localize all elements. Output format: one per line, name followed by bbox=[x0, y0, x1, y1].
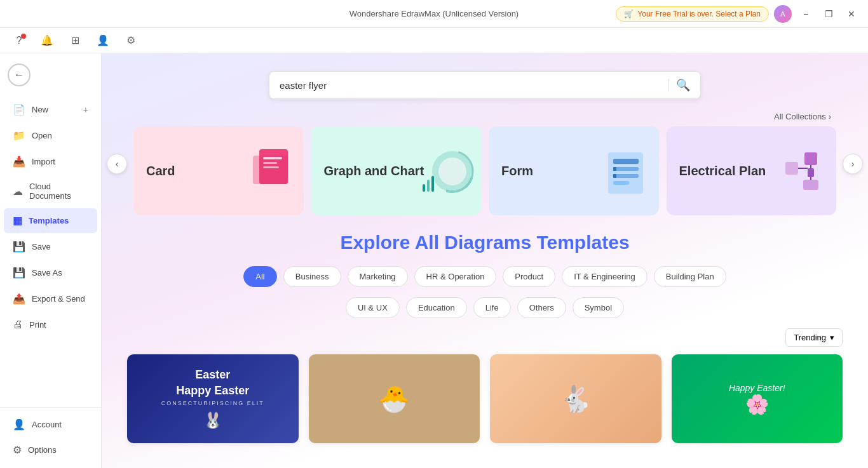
new-plus-icon: + bbox=[83, 105, 88, 115]
sidebar-item-cloud[interactable]: ☁ Cloud Documents bbox=[4, 175, 97, 207]
open-icon: 📁 bbox=[13, 130, 25, 142]
template-thumb-1: Easter Happy Easter CONSECTURIPISCING EL… bbox=[127, 354, 299, 443]
sidebar-label-open: Open bbox=[32, 131, 52, 140]
filter-ui[interactable]: UI & UX bbox=[346, 297, 400, 318]
import-icon: 📥 bbox=[13, 156, 25, 168]
sidebar-item-saveas[interactable]: 💾 Save As bbox=[4, 260, 97, 285]
svg-rect-11 bbox=[431, 176, 434, 192]
trial-text: Your Free Trial is over. Select a Plan bbox=[637, 10, 761, 18]
export-icon: 📤 bbox=[13, 293, 25, 305]
carousel-container: Card Graph and Chart bbox=[133, 126, 836, 215]
sidebar-item-save[interactable]: 💾 Save bbox=[4, 234, 97, 259]
sidebar-item-open[interactable]: 📁 Open bbox=[4, 123, 97, 148]
svg-rect-19 bbox=[804, 152, 817, 165]
svg-rect-2 bbox=[263, 157, 282, 159]
options-icon: ⚙ bbox=[13, 444, 22, 456]
template-card-2[interactable]: 🐣 bbox=[309, 354, 480, 443]
search-input[interactable] bbox=[280, 80, 660, 91]
svg-rect-21 bbox=[785, 162, 798, 175]
svg-rect-4 bbox=[263, 166, 279, 168]
category-title-card: Card bbox=[146, 163, 175, 179]
user-icon[interactable]: 👤 bbox=[94, 32, 112, 50]
titlebar-right: 🛒 Your Free Trial is over. Select a Plan… bbox=[616, 5, 860, 23]
category-card-graph[interactable]: Graph and Chart bbox=[311, 126, 482, 215]
explore-title: Explore All Diagrams Templates bbox=[127, 232, 843, 253]
sidebar-item-print[interactable]: 🖨 Print bbox=[4, 312, 97, 337]
sidebar-item-new[interactable]: 📄 New + bbox=[4, 97, 97, 122]
chevron-right-icon: › bbox=[829, 112, 831, 121]
search-button[interactable]: 🔍 bbox=[676, 78, 690, 92]
sidebar-label-print: Print bbox=[29, 320, 46, 330]
filter-all[interactable]: All bbox=[243, 266, 276, 287]
sidebar-item-import[interactable]: 📥 Import bbox=[4, 149, 97, 174]
restore-button[interactable]: ❐ bbox=[820, 5, 837, 23]
flower-icon: 🌸 bbox=[745, 394, 769, 415]
svg-rect-16 bbox=[613, 181, 629, 185]
category-card-card[interactable]: Card bbox=[133, 126, 304, 215]
filter-others[interactable]: Others bbox=[517, 297, 566, 318]
template-card-4[interactable]: Happy Easter! 🌸 bbox=[672, 354, 843, 443]
filter-building[interactable]: Building Plan bbox=[654, 266, 726, 287]
back-button[interactable]: ← bbox=[8, 64, 31, 86]
print-icon: 🖨 bbox=[13, 319, 23, 330]
search-section: 🔍 bbox=[102, 53, 868, 112]
filter-hr[interactable]: HR & Operation bbox=[414, 266, 497, 287]
sidebar-label-save: Save bbox=[32, 242, 51, 251]
carousel-next-button[interactable]: › bbox=[843, 154, 863, 174]
close-button[interactable]: ✕ bbox=[843, 5, 860, 23]
search-icon: 🔍 bbox=[676, 78, 690, 92]
svg-rect-12 bbox=[608, 152, 643, 194]
template-title-1: Easter bbox=[195, 368, 230, 382]
template-subtitle-1: Happy Easter bbox=[176, 384, 249, 398]
all-collections-link[interactable]: All Collections › bbox=[774, 112, 831, 121]
avatar-initial: A bbox=[780, 10, 785, 18]
filter-product[interactable]: Product bbox=[503, 266, 555, 287]
templates-icon: ▦ bbox=[13, 215, 22, 227]
notification-badge bbox=[21, 34, 26, 39]
sidebar-item-account[interactable]: 👤 Account bbox=[4, 412, 97, 437]
grid-icon[interactable]: ⊞ bbox=[66, 32, 84, 50]
filter-education[interactable]: Education bbox=[406, 297, 467, 318]
svg-rect-17 bbox=[613, 167, 616, 171]
filter-symbol[interactable]: Symbol bbox=[573, 297, 624, 318]
sidebar-item-export[interactable]: 📤 Export & Send bbox=[4, 286, 97, 311]
avatar[interactable]: A bbox=[774, 5, 792, 23]
cloud-icon: ☁ bbox=[13, 185, 23, 197]
sort-dropdown[interactable]: Trending ▾ bbox=[785, 328, 843, 347]
sort-row: Trending ▾ bbox=[127, 328, 843, 354]
template-text-1: CONSECTURIPISCING ELIT bbox=[161, 400, 264, 406]
trial-banner[interactable]: 🛒 Your Free Trial is over. Select a Plan bbox=[616, 6, 769, 22]
category-card-electrical[interactable]: Electrical Plan bbox=[667, 126, 837, 215]
help-icon[interactable]: ? bbox=[10, 32, 28, 50]
template-card-3[interactable]: 🐇 bbox=[490, 354, 661, 443]
sidebar-label-cloud: Cloud Documents bbox=[29, 182, 88, 201]
filter-life[interactable]: Life bbox=[473, 297, 511, 318]
svg-rect-20 bbox=[808, 168, 814, 177]
notification-icon[interactable]: 🔔 bbox=[38, 32, 56, 50]
sidebar-bottom: 👤 Account ⚙ Options bbox=[0, 407, 101, 463]
graph-illustration bbox=[417, 143, 475, 209]
new-icon: 📄 bbox=[13, 104, 25, 116]
search-divider bbox=[668, 79, 668, 91]
svg-rect-9 bbox=[423, 184, 425, 192]
filter-marketing[interactable]: Marketing bbox=[348, 266, 408, 287]
sidebar-item-templates[interactable]: ▦ Templates bbox=[4, 208, 97, 233]
template-thumb-2: 🐣 bbox=[309, 354, 480, 443]
filter-business[interactable]: Business bbox=[283, 266, 341, 287]
form-illustration bbox=[595, 143, 653, 209]
search-box: 🔍 bbox=[269, 71, 701, 99]
category-title-graph: Graph and Chart bbox=[324, 163, 424, 179]
category-card-form[interactable]: Form bbox=[489, 126, 659, 215]
filter-it[interactable]: IT & Engineering bbox=[562, 266, 648, 287]
minimize-button[interactable]: − bbox=[797, 5, 815, 23]
sidebar-top: ← bbox=[0, 58, 101, 97]
account-icon: 👤 bbox=[13, 418, 25, 431]
carousel-prev-button[interactable]: ‹ bbox=[107, 154, 127, 174]
app-title: Wondershare EdrawMax (Unlicensed Version… bbox=[349, 9, 519, 18]
sidebar-item-options[interactable]: ⚙ Options bbox=[4, 438, 97, 462]
template-thumb-3: 🐇 bbox=[490, 354, 661, 443]
filter-row-2: UI & UX Education Life Others Symbol bbox=[127, 297, 843, 318]
titlebar: Wondershare EdrawMax (Unlicensed Version… bbox=[0, 0, 868, 28]
template-card-1[interactable]: Easter Happy Easter CONSECTURIPISCING EL… bbox=[127, 354, 299, 443]
settings-icon[interactable]: ⚙ bbox=[122, 32, 140, 50]
